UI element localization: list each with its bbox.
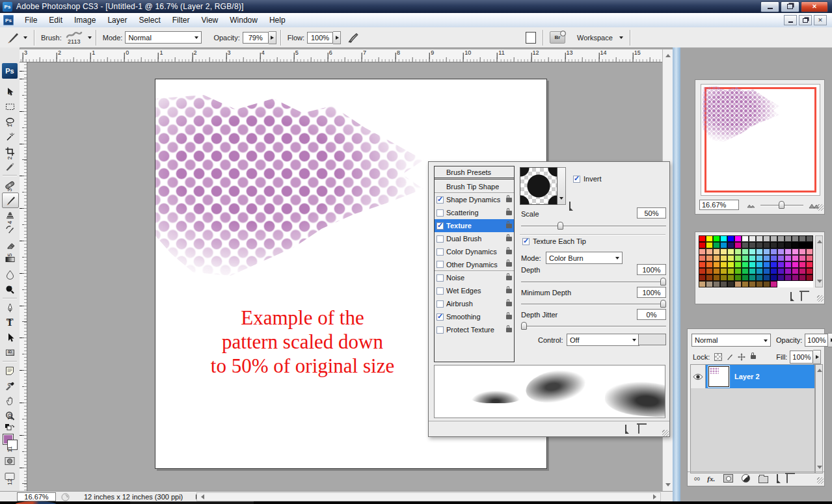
layer-blend-mode-select[interactable]: Normal xyxy=(691,334,771,347)
status-zoom-input[interactable]: 16.67% xyxy=(17,492,56,501)
color-swatch[interactable] xyxy=(742,261,749,268)
menu-item[interactable]: Filter xyxy=(167,14,196,27)
depth-slider[interactable] xyxy=(521,278,666,286)
menu-item[interactable]: Select xyxy=(133,14,166,27)
color-swatch[interactable] xyxy=(727,235,734,242)
go-to-bridge-button[interactable]: Br xyxy=(547,29,568,46)
color-swatch[interactable] xyxy=(763,281,770,287)
color-swatch[interactable] xyxy=(763,261,770,268)
color-swatch[interactable] xyxy=(749,268,756,274)
color-swatch[interactable] xyxy=(727,261,734,268)
new-swatch-button[interactable] xyxy=(790,293,792,300)
color-swatch[interactable] xyxy=(699,281,706,287)
color-swatch[interactable] xyxy=(713,261,720,268)
notes-tool[interactable] xyxy=(2,364,18,378)
color-swatch[interactable] xyxy=(777,268,785,274)
color-swatch[interactable] xyxy=(742,281,749,287)
color-swatch[interactable] xyxy=(792,242,799,248)
color-swatch[interactable] xyxy=(699,268,706,274)
brush-setting-row[interactable]: Brush Tip Shape xyxy=(435,180,514,193)
color-swatch[interactable] xyxy=(742,242,749,248)
resize-grip[interactable] xyxy=(662,430,669,436)
lock-icon[interactable] xyxy=(506,262,512,267)
color-swatch[interactable] xyxy=(770,268,777,274)
color-swatch[interactable] xyxy=(699,242,706,248)
color-swatch[interactable] xyxy=(806,235,813,242)
color-swatch[interactable] xyxy=(806,255,813,261)
color-swatch[interactable] xyxy=(770,261,777,268)
quick-selection-tool[interactable] xyxy=(2,129,18,144)
color-swatch[interactable] xyxy=(806,261,813,268)
brush-setting-row[interactable]: Noise xyxy=(435,271,514,284)
layer-style-button[interactable]: fx. xyxy=(707,475,715,483)
color-swatch[interactable] xyxy=(785,268,792,274)
link-layers-button[interactable]: ∞ xyxy=(694,473,699,483)
color-swatch[interactable] xyxy=(727,268,734,274)
delete-swatch-button[interactable] xyxy=(801,293,802,300)
color-swatch[interactable] xyxy=(742,235,749,242)
navigator-preview[interactable] xyxy=(701,84,820,196)
slider-thumb[interactable] xyxy=(779,201,785,209)
color-swatch[interactable] xyxy=(792,261,799,268)
lock-icon[interactable] xyxy=(506,250,512,254)
minimize-button[interactable] xyxy=(760,1,779,12)
color-swatch[interactable] xyxy=(785,235,792,242)
chevron-down-icon[interactable] xyxy=(88,36,92,41)
scale-input[interactable]: 50% xyxy=(637,207,666,219)
lock-transparency-button[interactable] xyxy=(714,352,723,362)
checkbox[interactable] xyxy=(436,261,444,268)
color-swatch[interactable] xyxy=(763,255,770,261)
slider-thumb[interactable] xyxy=(521,322,527,330)
checkbox[interactable] xyxy=(436,222,444,230)
navigator-zoom-slider[interactable] xyxy=(760,201,803,209)
color-swatch[interactable] xyxy=(770,248,777,255)
color-swatch[interactable] xyxy=(749,274,756,281)
delete-layer-button[interactable] xyxy=(786,475,788,483)
color-swatch[interactable] xyxy=(720,255,727,261)
color-swatch[interactable] xyxy=(742,268,749,274)
color-swatch[interactable] xyxy=(763,248,770,255)
menu-item[interactable]: Edit xyxy=(43,14,68,27)
checkbox[interactable] xyxy=(436,274,444,282)
flow-slider-button[interactable] xyxy=(333,31,341,44)
brush-setting-row[interactable]: Color Dynamics xyxy=(435,245,514,258)
quick-mask-toggle[interactable] xyxy=(2,454,18,468)
color-swatch[interactable] xyxy=(734,274,742,281)
new-layer-button[interactable] xyxy=(777,475,778,483)
color-swatch[interactable] xyxy=(806,268,813,274)
color-swatch[interactable] xyxy=(713,268,720,274)
start-orb[interactable] xyxy=(16,501,56,504)
color-swatch[interactable] xyxy=(785,274,792,281)
color-swatch[interactable] xyxy=(799,261,806,268)
color-swatch[interactable] xyxy=(706,235,713,242)
menu-item[interactable]: View xyxy=(195,14,224,27)
texture-mode-select[interactable]: Color Burn xyxy=(546,252,623,264)
path-selection-tool[interactable] xyxy=(2,330,18,345)
brush-setting-row[interactable]: Other Dynamics xyxy=(435,258,514,271)
checkbox[interactable] xyxy=(436,235,444,243)
color-swatch[interactable] xyxy=(806,274,813,281)
color-swatch[interactable] xyxy=(763,242,770,248)
color-swatch[interactable] xyxy=(713,248,720,255)
brush-setting-row[interactable]: Scattering xyxy=(435,206,514,219)
layer-fill-input[interactable]: 100% xyxy=(790,351,813,364)
slider-thumb[interactable] xyxy=(557,222,563,230)
color-swatch[interactable] xyxy=(770,274,777,281)
lock-pixels-button[interactable] xyxy=(725,352,734,362)
scroll-up-arrow[interactable] xyxy=(816,365,823,373)
lock-icon[interactable] xyxy=(506,328,512,332)
brush-tool[interactable] xyxy=(2,192,19,208)
lock-icon[interactable] xyxy=(506,289,512,293)
brush-setting-row[interactable]: Airbrush xyxy=(435,297,514,310)
color-swatch[interactable] xyxy=(706,268,713,274)
color-swatch[interactable] xyxy=(706,248,713,255)
color-swatch[interactable] xyxy=(756,261,763,268)
delete-brush-button[interactable] xyxy=(638,425,639,433)
pen-tool[interactable] xyxy=(2,300,18,315)
layer-main[interactable]: Layer 2 xyxy=(706,365,814,388)
color-swatch[interactable] xyxy=(785,248,792,255)
tool-preset-picker[interactable] xyxy=(4,30,30,46)
layer-opacity-slider-button[interactable] xyxy=(828,333,832,347)
color-swatch[interactable] xyxy=(756,235,763,242)
brush-setting-row[interactable]: Texture xyxy=(435,219,514,232)
